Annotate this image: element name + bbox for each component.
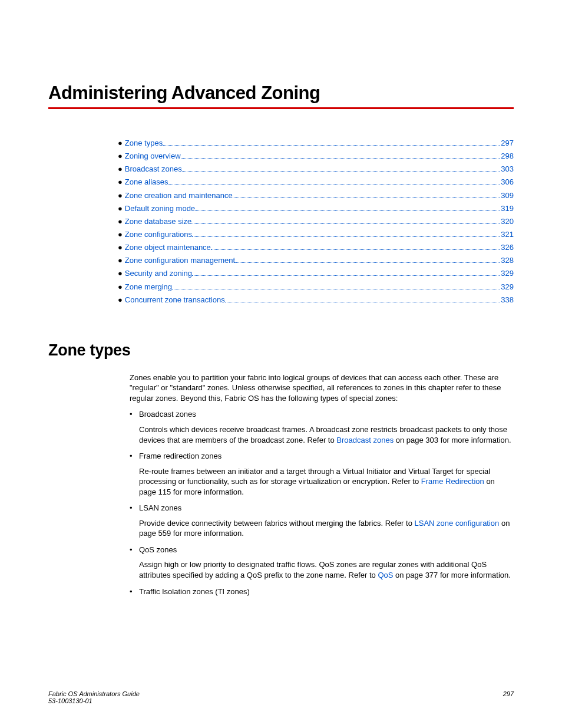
toc-page[interactable]: 320 <box>501 216 514 228</box>
toc-page[interactable]: 303 <box>501 163 514 175</box>
toc-entry[interactable]: ●Zone object maintenance326 <box>118 242 514 253</box>
list-item: Traffic Isolation zones (TI zones) <box>130 587 514 597</box>
toc-label[interactable]: Concurrent zone transactions <box>125 294 225 306</box>
toc-leader <box>181 158 500 159</box>
frame-redirection-link[interactable]: Frame Redirection <box>421 477 484 486</box>
toc-entry[interactable]: ●Security and zoning329 <box>118 268 514 279</box>
toc-label[interactable]: Zone types <box>125 137 163 149</box>
toc-page[interactable]: 329 <box>501 268 514 279</box>
page-footer: Fabric OS Administrators Guide 53-100313… <box>48 690 514 704</box>
toc-leader <box>225 302 500 302</box>
toc-page[interactable]: 321 <box>501 229 514 241</box>
broadcast-zones-link[interactable]: Broadcast zones <box>336 436 394 444</box>
text-run: on page 303 for more information. <box>394 436 511 444</box>
toc-label[interactable]: Zone creation and maintenance <box>125 190 233 202</box>
toc-label[interactable]: Broadcast zones <box>125 163 182 175</box>
toc-label[interactable]: Zone aliases <box>125 176 168 188</box>
toc-leader <box>163 145 500 146</box>
footer-doc-number: 53-1003130-01 <box>48 697 140 704</box>
bullet-heading: Traffic Isolation zones (TI zones) <box>139 587 514 597</box>
toc-page[interactable]: 328 <box>501 255 514 266</box>
toc-entry[interactable]: ●Zone configurations321 <box>118 229 514 241</box>
bullet-icon: ● <box>118 294 123 306</box>
toc-page[interactable]: 298 <box>501 150 514 162</box>
toc-leader <box>233 197 500 198</box>
toc-entry[interactable]: ●Zone creation and maintenance309 <box>118 190 514 202</box>
bullet-icon: ● <box>118 203 123 215</box>
toc-page[interactable]: 309 <box>501 190 514 202</box>
footer-left: Fabric OS Administrators Guide 53-100313… <box>48 690 140 704</box>
bullet-description: Provide device connectivity between fabr… <box>139 518 514 539</box>
text-run: on page 377 for more information. <box>393 571 510 579</box>
bullet-description: Re-route frames between an initiator and… <box>139 466 514 498</box>
toc-leader <box>211 249 500 250</box>
text-run: Provide device connectivity between fabr… <box>139 519 415 528</box>
toc-entry[interactable]: ●Concurrent zone transactions338 <box>118 294 514 306</box>
chapter-rule <box>48 107 514 109</box>
toc-leader <box>192 275 500 276</box>
toc-leader <box>192 236 500 237</box>
toc-label[interactable]: Zone database size <box>125 216 191 228</box>
section-title: Zone types <box>48 341 514 360</box>
toc-entry[interactable]: ●Zoning overview298 <box>118 150 514 162</box>
toc-leader <box>235 262 500 263</box>
toc-page[interactable]: 297 <box>501 137 514 149</box>
toc-page[interactable]: 319 <box>501 203 514 215</box>
bullet-icon: ● <box>118 242 123 253</box>
toc-label[interactable]: Zoning overview <box>125 150 181 162</box>
toc-leader <box>182 171 500 172</box>
footer-doc-title: Fabric OS Administrators Guide <box>48 690 140 697</box>
toc-label[interactable]: Zone configurations <box>125 229 192 241</box>
bullet-icon: ● <box>118 255 123 266</box>
footer-page-number: 297 <box>503 690 514 704</box>
document-page: Administering Advanced Zoning ●Zone type… <box>0 0 562 626</box>
list-item: Frame redirection zones Re-route frames … <box>130 451 514 497</box>
bullet-icon: ● <box>118 176 123 188</box>
bullet-icon: ● <box>118 137 123 149</box>
toc-label[interactable]: Security and zoning <box>125 268 192 279</box>
bullet-heading: QoS zones <box>139 545 514 555</box>
list-item: QoS zones Assign high or low priority to… <box>130 545 514 581</box>
bullet-icon: ● <box>118 268 123 279</box>
toc-page[interactable]: 326 <box>501 242 514 253</box>
bullet-icon: ● <box>118 163 123 175</box>
toc-entry[interactable]: ●Zone configuration management328 <box>118 255 514 266</box>
toc-page[interactable]: 306 <box>501 176 514 188</box>
qos-link[interactable]: QoS <box>378 571 393 579</box>
list-item: Broadcast zones Controls which devices r… <box>130 409 514 445</box>
toc-leader <box>195 210 500 211</box>
toc-entry[interactable]: ●Zone aliases306 <box>118 176 514 188</box>
toc-page[interactable]: 329 <box>501 281 514 293</box>
bullet-icon: ● <box>118 216 123 228</box>
bullet-heading: LSAN zones <box>139 503 514 513</box>
intro-paragraph: Zones enable you to partition your fabri… <box>130 373 514 404</box>
bullet-heading: Broadcast zones <box>139 409 514 420</box>
toc-leader <box>168 184 500 185</box>
table-of-contents: ●Zone types297 ●Zoning overview298 ●Broa… <box>118 137 514 306</box>
toc-label[interactable]: Zone merging <box>125 281 172 293</box>
toc-label[interactable]: Zone object maintenance <box>125 242 211 253</box>
toc-leader <box>191 223 500 224</box>
lsan-zone-link[interactable]: LSAN zone configuration <box>415 519 500 528</box>
list-item: LSAN zones Provide device connectivity b… <box>130 503 514 539</box>
chapter-title: Administering Advanced Zoning <box>48 83 514 104</box>
toc-entry[interactable]: ●Zone types297 <box>118 137 514 149</box>
bullet-icon: ● <box>118 281 123 293</box>
bullet-icon: ● <box>118 190 123 202</box>
toc-entry[interactable]: ●Zone database size320 <box>118 216 514 228</box>
toc-entry[interactable]: ●Zone merging329 <box>118 281 514 293</box>
toc-leader <box>172 289 500 289</box>
body-text: Zones enable you to partition your fabri… <box>130 373 514 597</box>
bullet-icon: ● <box>118 229 123 241</box>
bullet-description: Assign high or low priority to designate… <box>139 559 514 580</box>
zone-types-list: Broadcast zones Controls which devices r… <box>130 409 514 597</box>
bullet-heading: Frame redirection zones <box>139 451 514 462</box>
toc-entry[interactable]: ●Default zoning mode319 <box>118 203 514 215</box>
toc-page[interactable]: 338 <box>501 294 514 306</box>
bullet-icon: ● <box>118 150 123 162</box>
bullet-description: Controls which devices receive broadcast… <box>139 424 514 445</box>
toc-entry[interactable]: ●Broadcast zones303 <box>118 163 514 175</box>
toc-label[interactable]: Zone configuration management <box>125 255 235 266</box>
toc-label[interactable]: Default zoning mode <box>125 203 195 215</box>
